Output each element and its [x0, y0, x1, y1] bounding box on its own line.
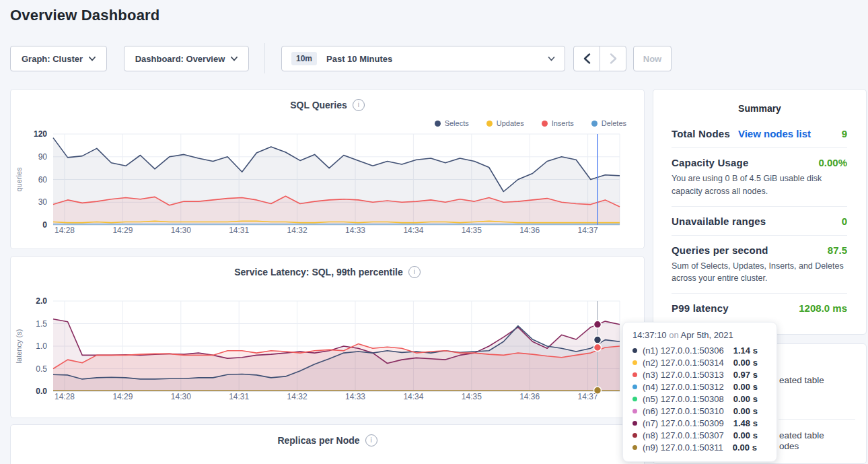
chevron-down-icon: [231, 57, 238, 61]
service-latency-title: Service Latency: SQL, 99th percentile: [234, 267, 403, 277]
tooltip-node-value: 1.14 s: [733, 345, 758, 356]
events-divider: [779, 419, 855, 420]
tooltip-node-label: (n9) 127.0.0.1:50311: [643, 442, 723, 453]
svg-text:14:28: 14:28: [55, 392, 75, 401]
series-color-dot: [632, 421, 637, 426]
sql-queries-title: SQL Queries: [290, 100, 347, 110]
svg-text:14:36: 14:36: [519, 226, 540, 235]
tooltip-node-value: 0.00 s: [733, 394, 758, 404]
controls-divider: [264, 43, 265, 73]
svg-text:14:33: 14:33: [345, 226, 365, 235]
chevron-down-icon: [548, 57, 555, 61]
svg-text:30: 30: [38, 197, 48, 207]
svg-text:14:29: 14:29: [112, 392, 133, 401]
event-item-text: eated table: [779, 375, 824, 385]
tooltip-row: (n5) 127.0.0.1:503080.00 s: [632, 393, 767, 405]
svg-text:14:37: 14:37: [578, 226, 598, 235]
chevron-down-icon: [89, 57, 96, 61]
summary-stat-value: 9: [842, 128, 847, 139]
tooltip-row: (n4) 127.0.0.1:503120.00 s: [632, 380, 767, 393]
sql-queries-chart[interactable]: 14:2814:2914:3014:3114:3214:3314:3414:35…: [11, 121, 644, 236]
time-range-selector[interactable]: 10m Past 10 Minutes: [281, 46, 565, 71]
tooltip-row: (n8) 127.0.0.1:503070.00 s: [632, 429, 767, 441]
svg-text:queries: queries: [15, 167, 23, 192]
tooltip-node-label: (n6) 127.0.0.1:50310: [643, 406, 724, 416]
svg-text:14:32: 14:32: [287, 226, 308, 235]
svg-text:14:34: 14:34: [403, 392, 423, 401]
view-nodes-list-link[interactable]: View nodes list: [738, 128, 811, 139]
info-icon[interactable]: i: [408, 266, 421, 278]
tooltip-node-value: 1.48 s: [733, 418, 758, 428]
now-button[interactable]: Now: [633, 46, 672, 71]
time-range-label: Past 10 Minutes: [326, 54, 392, 64]
summary-stat: Unavailable ranges0: [672, 207, 847, 236]
summary-stat: Queries per second87.5Sum of Selects, Up…: [672, 236, 847, 294]
summary-stat-value: 0.00%: [818, 157, 847, 168]
summary-stat-label: Capacity Usage: [672, 157, 749, 168]
summary-stat: Total NodesView nodes list9: [672, 119, 847, 148]
svg-text:60: 60: [38, 175, 48, 185]
replicas-per-node-header: Replicas per Node i: [11, 434, 644, 446]
tooltip-row: (n9) 127.0.0.1:503110.00 s: [632, 441, 767, 453]
svg-text:14:33: 14:33: [345, 392, 365, 401]
summary-panel: Summary Total NodesView nodes list9Capac…: [653, 89, 867, 335]
tooltip-node-label: (n8) 127.0.0.1:50307: [643, 430, 724, 440]
series-color-dot: [632, 433, 637, 438]
series-color-dot: [632, 397, 637, 401]
tooltip-node-value: 0.00 s: [733, 430, 758, 440]
dashboard-dropdown-label: Dashboard: Overview: [135, 54, 225, 64]
replicas-per-node-panel: Replicas per Node i: [10, 424, 645, 464]
time-range-badge: 10m: [291, 52, 317, 65]
svg-text:14:30: 14:30: [171, 226, 191, 235]
summary-stat: Capacity Usage0.00%You are using 0 B of …: [672, 148, 847, 207]
tooltip-rows: (n1) 127.0.0.1:503061.14 s(n2) 127.0.0.1…: [632, 344, 767, 453]
summary-title: Summary: [653, 103, 866, 114]
info-icon[interactable]: i: [353, 99, 365, 111]
series-color-dot: [632, 385, 637, 389]
tooltip-node-label: (n4) 127.0.0.1:50312: [643, 382, 724, 392]
svg-text:14:31: 14:31: [229, 226, 249, 235]
tooltip-node-value: 0.00 s: [733, 406, 758, 416]
tooltip-row: (n7) 127.0.0.1:503091.48 s: [632, 417, 767, 429]
tooltip-row: (n3) 127.0.0.1:503130.97 s: [632, 368, 767, 380]
summary-stat-value: 0: [842, 216, 847, 227]
event-item-text: eated table: [779, 430, 824, 440]
series-color-dot: [632, 409, 637, 413]
svg-text:14:31: 14:31: [229, 392, 249, 401]
summary-stat-label: Unavailable ranges: [672, 216, 766, 227]
svg-text:2.0: 2.0: [36, 296, 47, 306]
sql-queries-panel: SQL Queries i SelectsUpdatesInsertsDelet…: [10, 89, 645, 249]
time-next-button[interactable]: [600, 46, 626, 71]
tooltip-node-label: (n7) 127.0.0.1:50309: [643, 418, 724, 428]
svg-text:14:29: 14:29: [112, 226, 133, 235]
summary-stat-label: P99 latency: [672, 302, 729, 314]
series-color-dot: [632, 445, 637, 450]
svg-text:1.5: 1.5: [36, 319, 47, 329]
tooltip-row: (n2) 127.0.0.1:503140.00 s: [632, 356, 767, 368]
series-color-dot: [632, 360, 637, 365]
dashboard-dropdown[interactable]: Dashboard: Overview: [124, 46, 249, 71]
graph-dropdown[interactable]: Graph: Cluster: [10, 46, 107, 71]
tooltip-row: (n6) 127.0.0.1:503100.00 s: [632, 405, 767, 417]
tooltip-on: on: [669, 330, 678, 340]
tooltip-timestamp: 14:37:10 on Apr 5th, 2021: [632, 330, 767, 340]
svg-text:0: 0: [42, 220, 47, 230]
tooltip-node-value: 0.00 s: [733, 358, 758, 368]
chart-hover-tooltip: 14:37:10 on Apr 5th, 2021 (n1) 127.0.0.1…: [622, 322, 777, 462]
info-icon[interactable]: i: [365, 434, 377, 446]
sql-queries-header: SQL Queries i: [11, 99, 644, 111]
summary-stat-value: 1208.0 ms: [799, 302, 847, 314]
svg-text:0.5: 0.5: [36, 364, 47, 374]
svg-text:latency (s): latency (s): [15, 329, 23, 364]
tooltip-node-value: 0.00 s: [733, 382, 758, 392]
tooltip-row: (n1) 127.0.0.1:503061.14 s: [632, 344, 767, 356]
time-prev-button[interactable]: [573, 46, 600, 71]
svg-text:14:34: 14:34: [403, 226, 423, 235]
service-latency-chart[interactable]: 14:2814:2914:3014:3114:3214:3314:3414:35…: [11, 290, 644, 406]
svg-text:120: 120: [34, 129, 47, 139]
tooltip-date: Apr 5th, 2021: [681, 330, 733, 340]
series-color-dot: [632, 372, 637, 377]
svg-text:0.0: 0.0: [36, 387, 47, 396]
summary-stat: P99 latency1208.0 ms: [672, 294, 847, 322]
tooltip-node-label: (n2) 127.0.0.1:50314: [643, 358, 724, 368]
